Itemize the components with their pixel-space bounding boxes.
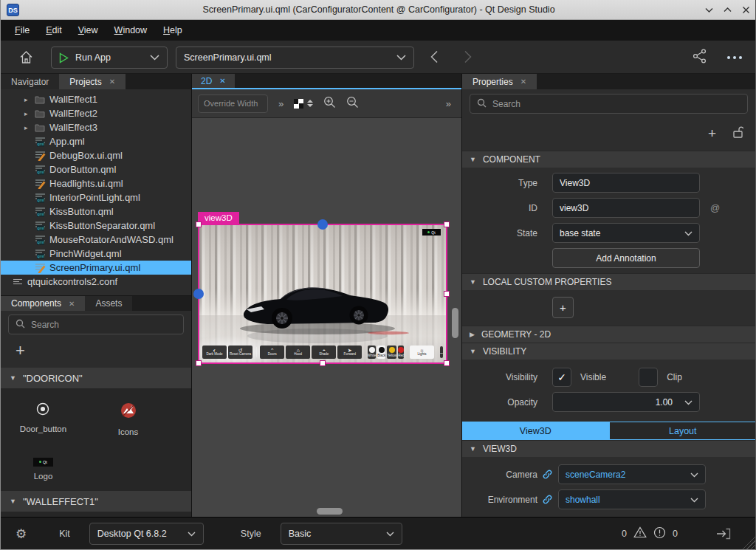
error-icon[interactable]: [653, 526, 666, 542]
scene-button-reset-camera[interactable]: ↺Reset Camera: [228, 346, 252, 359]
tab-2d[interactable]: 2D✕: [192, 74, 235, 88]
collapse-toolbar-button[interactable]: –: [440, 346, 443, 358]
maximize-button[interactable]: [723, 5, 732, 15]
environment-dropdown[interactable]: showhall: [558, 489, 706, 509]
binding-link-icon[interactable]: [542, 494, 553, 505]
section-walleffect1[interactable]: ▼ "WALLEFFECT1": [1, 491, 191, 512]
resize-handle[interactable]: [196, 360, 202, 366]
type-field[interactable]: [552, 173, 700, 193]
open-document-dropdown[interactable]: ScreenPrimary.ui.qml: [176, 47, 414, 69]
close-icon[interactable]: ✕: [69, 300, 75, 308]
component-item-door_button[interactable]: Door_button: [20, 402, 66, 447]
minimize-button[interactable]: [704, 5, 714, 15]
section-view3d[interactable]: ▼VIEW3D: [462, 440, 756, 457]
menu-edit[interactable]: Edit: [38, 22, 70, 38]
overflow-chevrons-icon[interactable]: »: [446, 98, 456, 109]
tree-item[interactable]: qmlApp.qml: [1, 134, 191, 148]
scene-button-doors[interactable]: ⌃Doors: [260, 346, 284, 359]
scene-button-dark-mode[interactable]: ◐Dark Mode: [202, 346, 227, 359]
resize-handle[interactable]: [320, 221, 326, 227]
zoom-out-icon[interactable]: [346, 96, 359, 111]
resize-handle[interactable]: [444, 221, 450, 227]
properties-search[interactable]: [470, 94, 748, 114]
tree-item[interactable]: Headlights.ui.qml: [1, 176, 191, 190]
add-property-icon[interactable]: +: [708, 126, 716, 140]
expand-arrow-icon[interactable]: ▸: [24, 96, 35, 103]
warning-icon[interactable]: [633, 526, 647, 541]
tree-item[interactable]: qtquickcontrols2.conf: [1, 275, 191, 289]
close-icon[interactable]: ✕: [109, 78, 115, 86]
color-button-black[interactable]: Black: [377, 346, 385, 359]
annotation-at-icon[interactable]: @: [710, 202, 720, 213]
tree-item[interactable]: ▸WallEffect2: [1, 106, 191, 120]
output-pane-toggle-icon[interactable]: [715, 527, 732, 540]
kit-dropdown[interactable]: Desktop Qt 6.8.2: [89, 523, 204, 545]
tree-item[interactable]: qmlKissButton.qml: [1, 204, 191, 219]
clip-checkbox[interactable]: [639, 368, 658, 387]
tab-properties[interactable]: Properties✕: [462, 74, 537, 89]
back-button[interactable]: [430, 50, 439, 66]
menu-file[interactable]: File: [7, 22, 38, 38]
scene-button-lights[interactable]: ☼Lights: [410, 346, 434, 359]
close-button[interactable]: [741, 5, 751, 15]
resize-handle[interactable]: [196, 221, 202, 227]
share-icon[interactable]: [692, 48, 708, 67]
tab-assets[interactable]: Assets: [85, 296, 132, 311]
expand-arrow-icon[interactable]: ▸: [24, 124, 35, 131]
view3d-selection[interactable]: view3D: [198, 224, 447, 364]
components-search-input[interactable]: [31, 320, 176, 330]
tab-projects[interactable]: Projects✕: [59, 74, 126, 89]
id-field[interactable]: [552, 198, 700, 218]
menu-help[interactable]: Help: [155, 22, 190, 38]
tree-item[interactable]: ScreenPrimary.ui.qml: [1, 261, 191, 275]
properties-search-input[interactable]: [492, 99, 740, 109]
add-component-icon[interactable]: +: [16, 343, 25, 359]
tree-item[interactable]: ▸WallEffect3: [1, 120, 191, 134]
resize-handle[interactable]: [444, 360, 450, 366]
scene-button-shade[interactable]: ◓Shade: [312, 346, 336, 359]
color-button-white[interactable]: White: [368, 346, 377, 359]
override-width-input[interactable]: [198, 94, 268, 113]
section-visibility[interactable]: ▼VISIBILITY: [462, 343, 756, 360]
component-item-logo[interactable]: QtLogo: [33, 458, 53, 492]
tab-layout[interactable]: Layout: [609, 422, 756, 440]
close-icon[interactable]: ✕: [520, 78, 526, 86]
components-search[interactable]: [8, 314, 184, 334]
section-geometry-2d[interactable]: ▶GEOMETRY - 2D: [462, 326, 756, 343]
section-local-custom-properties[interactable]: ▼LOCAL CUSTOM PROPERTIES: [462, 273, 756, 290]
menu-window[interactable]: Window: [106, 22, 155, 38]
tree-item[interactable]: qmlInteriorPointLight.qml: [1, 190, 191, 204]
opacity-spinner[interactable]: 1.00: [552, 392, 700, 412]
section-component[interactable]: ▼COMPONENT: [462, 151, 756, 168]
tree-item[interactable]: qmlKissButtonSeparator.qml: [1, 219, 191, 233]
scene-button-forward[interactable]: ➤Forward: [337, 346, 362, 359]
tree-item[interactable]: ▸WallEffect1: [1, 92, 191, 106]
horizontal-scrollbar[interactable]: [317, 508, 343, 515]
tree-item[interactable]: qmlDoorButton.qml: [1, 162, 191, 176]
vertical-scrollbar[interactable]: [452, 308, 458, 338]
resize-handle[interactable]: [320, 360, 326, 366]
camera-dropdown[interactable]: sceneCamera2: [558, 464, 706, 484]
tab-navigator[interactable]: Navigator: [1, 74, 59, 89]
tree-item[interactable]: qmlPinchWidget.qml: [1, 247, 191, 261]
overflow-chevrons-icon[interactable]: »: [278, 98, 284, 109]
style-dropdown[interactable]: Basic: [281, 523, 402, 545]
tree-item[interactable]: DebugBox.ui.qml: [1, 148, 191, 162]
tab-components[interactable]: Components✕: [1, 296, 85, 311]
expand-arrow-icon[interactable]: ▸: [24, 110, 35, 117]
tree-item[interactable]: qmlMouseRotatorAndWASD.qml: [1, 233, 191, 247]
component-item-icons[interactable]: Icons: [118, 402, 139, 447]
scene-button-hood[interactable]: ⌂Hood: [286, 346, 310, 359]
form-editor-canvas[interactable]: view3D: [192, 118, 461, 517]
add-annotation-button[interactable]: Add Annotation: [552, 248, 700, 268]
color-button-yellow[interactable]: Yellow: [387, 346, 396, 359]
forward-button[interactable]: [464, 50, 472, 66]
more-options-icon[interactable]: [727, 56, 742, 59]
run-app-button[interactable]: Run App: [51, 47, 168, 69]
close-icon[interactable]: ✕: [219, 77, 225, 85]
menu-view[interactable]: View: [70, 22, 106, 38]
zoom-in-icon[interactable]: [323, 96, 336, 111]
binding-link-icon[interactable]: [542, 469, 553, 480]
tab-view3d[interactable]: View3D: [462, 422, 609, 440]
resize-handle[interactable]: [444, 291, 450, 297]
